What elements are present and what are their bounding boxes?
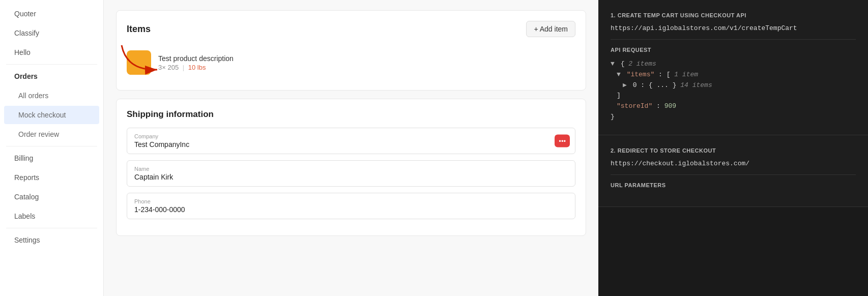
zero-key: 0 : { <box>633 81 653 89</box>
colon-2: : <box>656 102 664 110</box>
name-label: Name <box>134 166 568 172</box>
items-title: Items <box>127 24 151 35</box>
api-request-title: API REQUEST <box>611 47 856 53</box>
dots: ... <box>656 81 668 89</box>
sidebar-item-settings[interactable]: Settings <box>4 231 99 249</box>
product-info: Test product description 3× 205 | 10 lbs <box>158 54 575 71</box>
sidebar-item-quoter[interactable]: Quoter <box>4 5 99 23</box>
sidebar-item-billing[interactable]: Billing <box>4 149 99 167</box>
items-header-row: Items + Add item <box>127 21 575 37</box>
api-section-1-url: https://api.iglobalstores.com/v1/createT… <box>611 24 856 32</box>
product-weight-value: 205 <box>167 64 179 71</box>
shipping-section: Shipping information Company Test Compan… <box>116 99 586 236</box>
sidebar-item-order-review[interactable]: Order review <box>4 125 99 143</box>
sidebar-item-classify[interactable]: Classify <box>4 24 99 42</box>
api-divider-2 <box>611 174 856 175</box>
triangle-2[interactable]: ▼ <box>617 71 621 78</box>
code-line-3: ▶ 0 : { ... } 14 items <box>623 80 856 91</box>
sidebar-item-orders[interactable]: Orders <box>4 67 99 85</box>
meta-separator: | <box>183 64 184 71</box>
store-id-key: "storeId" <box>617 102 652 110</box>
company-label: Company <box>134 133 568 139</box>
api-section-2: 2. REDIRECT TO STORE CHECKOUT https://ch… <box>598 135 868 207</box>
shipping-title: Shipping information <box>127 109 575 120</box>
sidebar-divider <box>6 64 97 65</box>
product-quantity: 3× <box>158 64 166 71</box>
sidebar-item-all-orders[interactable]: All orders <box>4 86 99 105</box>
colon-1: : [ <box>658 71 674 78</box>
sidebar-item-catalog[interactable]: Catalog <box>4 188 99 206</box>
product-thumbnail <box>127 50 151 75</box>
name-value: Captain Kirk <box>134 173 568 181</box>
api-section-1: 1. CREATE TEMP CART USING CHECKOUT API h… <box>598 0 868 135</box>
code-line-1: ▼ { 2 items <box>611 59 856 70</box>
code-line-2: ▼ "items" : [ 1 item <box>617 70 856 80</box>
api-section-2-title: 2. REDIRECT TO STORE CHECKOUT <box>611 147 856 154</box>
url-params-title: URL PARAMETERS <box>611 182 856 188</box>
company-value: Test CompanyInc <box>134 140 568 149</box>
company-field: Company Test CompanyInc ••• <box>127 128 575 154</box>
phone-label: Phone <box>134 198 568 204</box>
api-section-1-title: 1. CREATE TEMP CART USING CHECKOUT API <box>611 12 856 18</box>
items-section: Items + Add item Test product descriptio… <box>116 10 586 91</box>
product-meta: 3× 205 | 10 lbs <box>158 64 575 71</box>
sidebar-item-mock-checkout[interactable]: Mock checkout <box>4 106 99 124</box>
company-action-button[interactable]: ••• <box>555 135 570 147</box>
store-id-value: 909 <box>664 102 676 110</box>
api-divider-1 <box>611 39 856 40</box>
triangle-1[interactable]: ▼ <box>611 60 615 68</box>
sidebar: Quoter Classify Hello Orders All orders … <box>0 0 104 296</box>
product-weight-label: 10 lbs <box>188 64 206 71</box>
api-section-2-url: https://checkout.iglobalstores.com/ <box>611 160 856 167</box>
close-bracket: ] <box>617 92 621 99</box>
items-count-comment: 2 items <box>628 60 656 68</box>
items-key: "items" <box>627 71 655 78</box>
sidebar-item-labels[interactable]: Labels <box>4 207 99 225</box>
phone-value: 1-234-000-0000 <box>134 205 568 214</box>
product-name: Test product description <box>158 54 575 63</box>
sidebar-item-reports[interactable]: Reports <box>4 168 99 187</box>
sidebar-item-hello[interactable]: Hello <box>4 43 99 62</box>
code-line-5: "storeId" : 909 <box>617 101 856 112</box>
triangle-3[interactable]: ▶ <box>623 81 627 89</box>
phone-field: Phone 1-234-000-0000 <box>127 193 575 219</box>
close-brace-3: } <box>673 81 681 89</box>
sidebar-divider-2 <box>6 146 97 146</box>
sidebar-divider-3 <box>6 228 97 228</box>
code-line-4: ] <box>617 91 856 101</box>
product-item: Test product description 3× 205 | 10 lbs <box>127 45 575 80</box>
add-item-button[interactable]: + Add item <box>526 21 575 37</box>
brace-open: { <box>621 60 629 68</box>
item-count-comment: 1 item <box>674 71 698 78</box>
right-panel: 1. CREATE TEMP CART USING CHECKOUT API h… <box>598 0 868 296</box>
code-line-6: } <box>611 112 856 123</box>
brace-close: } <box>611 113 615 121</box>
main-content: Items + Add item Test product descriptio… <box>104 0 598 296</box>
code-block-1: ▼ { 2 items ▼ "items" : [ 1 item ▶ 0 : {… <box>611 59 856 123</box>
fourteen-items-comment: 14 items <box>680 81 712 89</box>
name-field: Name Captain Kirk <box>127 160 575 187</box>
